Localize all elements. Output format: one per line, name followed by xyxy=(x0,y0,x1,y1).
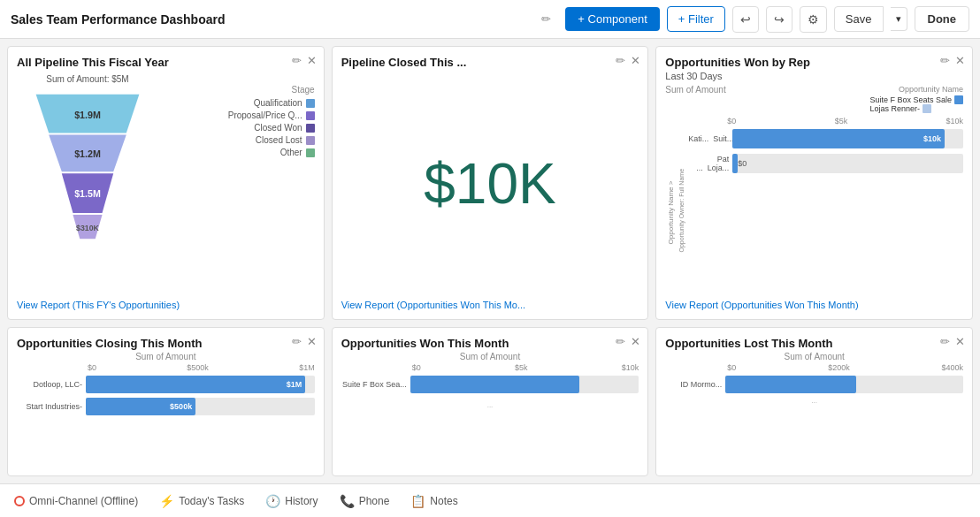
lost-row-1-label: ID Mormo... xyxy=(665,380,725,389)
funnel-sum: Sum of Amount: $5M xyxy=(46,74,128,84)
closing-bar-2-label: $500k xyxy=(170,402,192,411)
closing-row-1-label: Dotloop, LLC- xyxy=(17,380,86,389)
edit-icon[interactable]: ✏ xyxy=(541,12,551,26)
phone-item[interactable]: 📞 Phone xyxy=(340,494,390,508)
rep-bar-1-label: $10k xyxy=(923,134,941,143)
edit-card-icon[interactable]: ✏ xyxy=(292,54,302,67)
rep-row-2-label: Pat ... Loja... xyxy=(688,155,732,172)
card-actions-3: ✏ ✕ xyxy=(940,54,965,67)
tasks-label: Today's Tasks xyxy=(179,495,244,507)
lost-x-0: $0 xyxy=(727,363,736,372)
notes-item[interactable]: 📋 Notes xyxy=(410,494,457,508)
history-item[interactable]: 🕐 History xyxy=(265,494,318,508)
clock-icon: 🕐 xyxy=(265,494,280,508)
x-tick-10k: $10k xyxy=(946,117,963,125)
closing-month-card: Opportunities Closing This Month ✏ ✕ Sum… xyxy=(7,327,325,476)
card-actions-6: ✏ ✕ xyxy=(940,335,965,348)
closing-row-1: Dotloop, LLC- $1M xyxy=(17,376,315,393)
notes-icon: 📋 xyxy=(410,494,425,508)
close-card-icon-6[interactable]: ✕ xyxy=(955,335,965,348)
save-dropdown-button[interactable]: ▾ xyxy=(891,7,907,31)
tasks-item[interactable]: ⚡ Today's Tasks xyxy=(159,494,244,508)
redo-button[interactable]: ↪ xyxy=(766,6,792,33)
add-component-button[interactable]: + Component xyxy=(565,7,659,31)
rep-row-1-label: Kati... Suit... xyxy=(688,134,732,143)
lost-truncated-note: ... xyxy=(665,397,963,405)
svg-text:$310K: $310K xyxy=(76,224,99,232)
svg-text:$1.2M: $1.2M xyxy=(74,148,101,159)
view-report-pipeline[interactable]: View Report (This FY's Opportunities) xyxy=(17,296,315,310)
opp-by-rep-title: Opportunities Won by Rep xyxy=(665,56,963,69)
x-tick-5k: $5k xyxy=(835,117,848,125)
won-sum-label: Sum of Amount xyxy=(341,352,639,361)
close-card-icon-2[interactable]: ✕ xyxy=(631,54,640,67)
funnel-legend: Stage Qualification Proposal/Price Q... … xyxy=(165,71,315,296)
rep-bar-2-label: $0 xyxy=(738,159,746,168)
legend-item-closed-lost: Closed Lost xyxy=(165,135,315,145)
won-x-5k: $5k xyxy=(515,363,528,372)
won-row-1: Suite F Box Sea... xyxy=(341,376,639,393)
legend-item-label: Closed Lost xyxy=(256,135,302,145)
lost-bar-container-1 xyxy=(725,376,963,393)
card-actions: ✏ ✕ xyxy=(292,54,317,67)
legend-item-closed-won: Closed Won xyxy=(165,123,315,133)
edit-card-icon-6[interactable]: ✏ xyxy=(940,335,950,348)
header: Sales Team Performance Dashboard ✏ + Com… xyxy=(0,0,980,39)
card-actions-4: ✏ ✕ xyxy=(292,335,317,348)
pipeline-fiscal-card: All Pipeline This Fiscal Year ✏ ✕ Sum of… xyxy=(7,46,325,320)
legend-title: Stage xyxy=(165,85,315,95)
rep-legend-item-1: Suite F Box Seats Sale xyxy=(869,95,963,104)
closing-x-0: $0 xyxy=(88,363,96,372)
opp-by-rep-card: Opportunities Won by Rep Last 30 Days ✏ … xyxy=(655,46,973,320)
closing-row-2: Start Industries- $500k xyxy=(17,398,315,415)
phone-icon: 📞 xyxy=(340,494,355,508)
won-bar-container-1 xyxy=(410,376,639,393)
dashboard-grid: All Pipeline This Fiscal Year ✏ ✕ Sum of… xyxy=(0,39,980,483)
edit-card-icon-5[interactable]: ✏ xyxy=(616,335,625,348)
lost-bar-1 xyxy=(725,376,856,393)
funnel-area: Sum of Amount: $5M $1.9M $1.2M $1.5M $31… xyxy=(17,71,315,296)
edit-card-icon-4[interactable]: ✏ xyxy=(292,335,302,348)
won-month-card: Opportunities Won This Month ✏ ✕ Sum of … xyxy=(332,327,649,476)
legend-color-closed-lost xyxy=(306,136,315,145)
legend-item-label: Proposal/Price Q... xyxy=(228,110,302,120)
omni-channel-label: Omni-Channel (Offline) xyxy=(29,495,138,507)
undo-button[interactable]: ↩ xyxy=(732,6,759,33)
settings-button[interactable]: ⚙ xyxy=(800,6,827,33)
phone-label: Phone xyxy=(359,495,390,507)
pipeline-fiscal-title: All Pipeline This Fiscal Year xyxy=(17,56,315,69)
rep-y-axis-label: Opportunity Name > xyxy=(665,129,676,296)
closing-bar-container-2: $500k xyxy=(86,398,315,415)
closing-row-2-label: Start Industries- xyxy=(17,402,86,411)
save-button[interactable]: Save xyxy=(834,6,884,32)
omni-channel-item[interactable]: Omni-Channel (Offline) xyxy=(14,495,138,507)
view-report-closed[interactable]: View Report (Opportunities Won This Mo..… xyxy=(341,296,639,310)
closing-sum-label: Sum of Amount xyxy=(17,352,315,361)
lost-month-title: Opportunities Lost This Month xyxy=(665,337,963,350)
legend-item-other: Other xyxy=(165,148,315,157)
close-card-icon-5[interactable]: ✕ xyxy=(631,335,640,348)
legend-item-proposal: Proposal/Price Q... xyxy=(165,110,315,120)
lost-x-200k: $200k xyxy=(828,363,850,372)
legend-item-qualification: Qualification xyxy=(165,98,315,108)
edit-card-icon-3[interactable]: ✏ xyxy=(940,54,950,67)
rep-chart-area: Sum of Amount Opportunity Name Suite F B… xyxy=(665,85,963,296)
rep-bar-container-2: $0 xyxy=(732,154,963,173)
rep-row-1: Kati... Suit... $10k xyxy=(688,129,963,148)
legend-item-label: Closed Won xyxy=(254,123,302,133)
rep-legend-item-2: Lojas Renner- xyxy=(869,104,963,113)
rep-bar-container-1: $10k xyxy=(732,129,963,148)
close-card-icon[interactable]: ✕ xyxy=(307,54,317,67)
done-button[interactable]: Done xyxy=(915,6,970,32)
close-card-icon-3[interactable]: ✕ xyxy=(955,54,965,67)
won-month-title: Opportunities Won This Month xyxy=(341,337,639,350)
legend-item-label: Qualification xyxy=(254,98,302,108)
edit-card-icon-2[interactable]: ✏ xyxy=(616,54,625,67)
view-report-by-rep[interactable]: View Report (Opportunities Won This Mont… xyxy=(665,296,963,310)
legend-item-label: Other xyxy=(280,148,302,157)
closing-bar-1: $1M xyxy=(86,376,305,393)
close-card-icon-4[interactable]: ✕ xyxy=(307,335,317,348)
add-filter-button[interactable]: + Filter xyxy=(667,6,725,32)
bottom-bar: Omni-Channel (Offline) ⚡ Today's Tasks 🕐… xyxy=(0,483,980,517)
funnel-svg: $1.9M $1.2M $1.5M $310K xyxy=(17,86,158,245)
